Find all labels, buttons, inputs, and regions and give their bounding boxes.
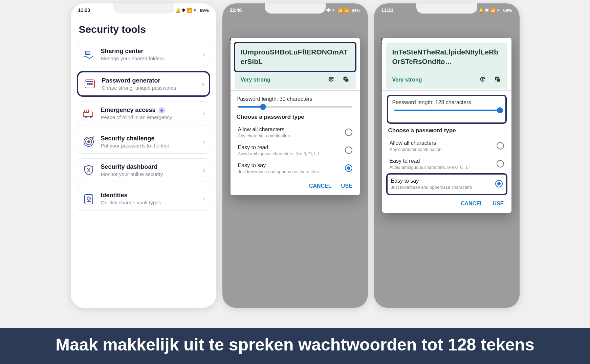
chevron-right-icon: ›	[202, 81, 204, 88]
tool-card-security-challenge[interactable]: Security challengePut your passwords to …	[77, 130, 210, 154]
option-easy-to-say[interactable]: Easy to sayJust lowercase and uppercase …	[386, 173, 507, 195]
chevron-right-icon: ›	[203, 138, 205, 145]
strength-label: Very strong	[392, 77, 422, 83]
tool-title: Password generator	[102, 77, 197, 84]
option-title: Allow all characters	[390, 140, 442, 146]
regenerate-icon[interactable]	[327, 75, 335, 84]
page-title: Security tools	[79, 24, 208, 35]
use-button[interactable]: USE	[493, 201, 504, 207]
phone-notch	[113, 3, 174, 14]
length-slider[interactable]	[394, 110, 500, 111]
option-subtitle: Avoid ambiguous characters, like 0, O, l…	[238, 151, 319, 156]
radio-icon[interactable]	[495, 180, 503, 187]
password-generator-icon	[83, 77, 96, 91]
phone-generator-30: 22:46 ⏰ ✱ ᯤ 📶 📶 84% S IUmprouSHBoLuFfIER…	[222, 3, 368, 308]
slider-thumb[interactable]	[260, 104, 266, 110]
use-button[interactable]: USE	[341, 183, 352, 189]
cancel-button[interactable]: CANCEL	[461, 201, 483, 207]
svg-rect-0	[85, 51, 90, 54]
option-easy-to-read[interactable]: Easy to readAvoid ambiguous characters, …	[388, 155, 505, 173]
tool-subtitle: Quickly change vault types	[101, 200, 198, 205]
option-subtitle: Any character combination	[238, 133, 290, 138]
password-type-heading: Choose a password type	[388, 127, 505, 134]
option-allow-all-characters[interactable]: Allow all charactersAny character combin…	[388, 137, 505, 155]
phone-generator-128: 11:21 ✕ 🔔 ✱ 📶 ᯤ 69% S InTeSteNTheRaLlpid…	[374, 3, 520, 308]
tool-subtitle: Monitor your online security	[101, 171, 198, 177]
password-length-label: Password length: 30 characters	[237, 96, 354, 102]
password-length-label: Password length: 128 characters	[392, 99, 501, 106]
option-subtitle: Just lowercase and uppercase characters	[238, 169, 319, 174]
tool-title: Identities	[101, 192, 198, 199]
svg-rect-21	[497, 78, 500, 82]
svg-rect-16	[330, 78, 332, 80]
slider-thumb[interactable]	[497, 107, 503, 113]
status-battery: 84%	[351, 8, 360, 13]
status-icons: ✕ 🔔 ✱ 📶 ᯤ	[170, 8, 198, 13]
copy-icon[interactable]	[342, 75, 350, 84]
share-hands-icon	[82, 48, 95, 61]
option-subtitle: Just lowercase and uppercase characters	[391, 185, 472, 190]
password-length-block: Password length: 30 characters	[237, 96, 354, 108]
svg-point-3	[89, 83, 91, 85]
svg-point-12	[87, 140, 90, 143]
radio-icon[interactable]	[345, 129, 352, 136]
target-icon	[82, 135, 95, 149]
svg-point-14	[87, 197, 90, 200]
phones-row: 11:20 ✕ 🔔 ✱ 📶 ᯤ 69% Security tools Shari…	[0, 0, 590, 364]
option-allow-all-characters[interactable]: Allow all charactersAny character combin…	[237, 124, 354, 142]
option-easy-to-read[interactable]: Easy to readAvoid ambiguous characters, …	[237, 142, 354, 160]
chevron-right-icon: ›	[203, 195, 205, 202]
radio-icon[interactable]	[497, 142, 504, 150]
tool-card-sharing-center[interactable]: Sharing centerManage your shared folders…	[77, 43, 210, 66]
svg-rect-19	[482, 78, 483, 80]
chevron-right-icon: ›	[203, 110, 205, 117]
copy-icon[interactable]	[494, 75, 501, 84]
tool-subtitle: Put your passwords to the test	[101, 143, 198, 149]
tool-title: Security challenge	[101, 135, 198, 142]
svg-point-9	[90, 116, 92, 118]
option-title: Easy to say	[238, 162, 319, 168]
tool-title: Sharing center	[101, 48, 198, 55]
radio-icon[interactable]	[345, 146, 352, 154]
option-easy-to-say[interactable]: Easy to sayJust lowercase and uppercase …	[237, 160, 354, 178]
svg-rect-18	[345, 78, 349, 82]
premium-badge-icon: ◆	[158, 107, 165, 114]
status-icons: ✕ 🔔 ✱ 📶 ᯤ	[474, 8, 501, 13]
phone-security-tools: 11:20 ✕ 🔔 ✱ 📶 ᯤ 69% Security tools Shari…	[71, 3, 216, 308]
tool-card-security-dashboard[interactable]: Security dashboardMonitor your online se…	[77, 158, 210, 182]
generated-password-display: IUmprouSHBoLuFfIERONOmATerSibL	[235, 43, 356, 71]
cancel-button[interactable]: CANCEL	[309, 183, 332, 189]
regenerate-icon[interactable]	[479, 75, 486, 84]
chevron-right-icon: ›	[203, 51, 205, 58]
emergency-icon	[82, 107, 95, 120]
option-title: Easy to read	[238, 144, 319, 151]
tool-subtitle: Peace of mind in an emergency	[101, 114, 198, 120]
radio-icon[interactable]	[345, 164, 352, 172]
svg-point-2	[87, 83, 89, 85]
option-title: Easy to say	[391, 178, 472, 184]
password-type-heading: Choose a password type	[237, 114, 354, 120]
chevron-right-icon: ›	[203, 167, 205, 174]
strength-label: Very strong	[241, 77, 270, 83]
svg-rect-5	[86, 81, 93, 82]
tool-card-emergency-access[interactable]: Emergency access◆Peace of mind in an eme…	[77, 101, 210, 125]
caption-bar: Maak makkelijk uit te spreken wachtwoord…	[0, 328, 590, 364]
password-generator-dialog: InTeSteNTheRaLlpideNItylLeRbOrSTeRsOndit…	[382, 38, 511, 213]
tool-card-identities[interactable]: IdentitiesQuickly change vault types›	[77, 187, 210, 210]
status-battery: 69%	[200, 8, 209, 13]
phone-notch	[416, 3, 477, 14]
status-time: 11:21	[381, 7, 394, 13]
option-subtitle: Avoid ambiguous characters, like 0, O, l…	[390, 165, 471, 170]
option-title: Easy to read	[390, 158, 471, 164]
shield-icon	[82, 163, 95, 177]
tool-title: Security dashboard	[101, 163, 198, 170]
svg-rect-15	[87, 201, 91, 202]
generated-password-display: InTeSteNTheRaLlpideNItylLeRbOrSTeRsOndit…	[386, 43, 507, 71]
length-slider[interactable]	[238, 106, 352, 108]
password-generator-dialog: IUmprouSHBoLuFfIERONOmATerSibLVery stron…	[231, 38, 360, 195]
status-battery: 69%	[503, 8, 512, 13]
option-subtitle: Any character combination	[390, 147, 442, 152]
id-card-icon	[82, 192, 95, 205]
radio-icon[interactable]	[497, 160, 504, 167]
tool-card-password-generator[interactable]: Password generatorCreate strong, unique …	[77, 71, 210, 97]
